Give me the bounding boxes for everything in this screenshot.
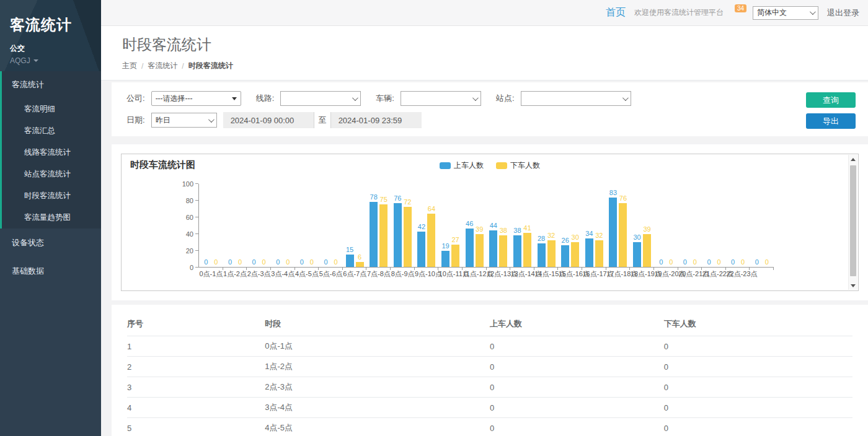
bar-group: 00 — [319, 258, 343, 267]
user-dropdown[interactable]: AQGJ — [10, 56, 91, 65]
sidebar-item-station-stats[interactable]: 站点客流统计 — [2, 164, 101, 185]
table-body: 10点-1点0021点-2点0032点-3点0043点-4点0054点-5点00… — [127, 336, 852, 436]
bar — [561, 245, 569, 267]
bar-group: 7672 — [391, 194, 415, 267]
x-axis-label: 0点-1点 — [199, 269, 223, 279]
logout-link[interactable]: 退出登录 — [827, 7, 859, 19]
chart-title: 时段车流统计图 — [130, 159, 195, 170]
scrollbar-down-arrow[interactable] — [849, 281, 857, 290]
vehicle-select[interactable] — [401, 91, 481, 106]
station-select[interactable] — [521, 91, 631, 106]
bar-value-label: 41 — [523, 224, 531, 232]
bar-value-label: 39 — [476, 225, 483, 233]
company-select-value: ---请选择--- — [156, 94, 193, 104]
bar-value-label: 42 — [418, 223, 425, 231]
triangle-up-icon — [851, 158, 856, 161]
bar-column: 27 — [451, 236, 459, 267]
y-axis-tick-label: 80 — [175, 197, 193, 204]
x-axis-label: 2点-3点 — [247, 269, 271, 279]
col-header-period: 时段 — [265, 311, 490, 336]
breadcrumb-passenger-stats[interactable]: 客流统计 — [148, 61, 177, 71]
legend-item-alight[interactable]: 下车人数 — [496, 160, 540, 171]
chart-section: 时段车流统计图 上车人数 下车人数 — [112, 144, 868, 300]
bar-column: 0 — [705, 258, 713, 267]
bar-value-label: 83 — [609, 189, 617, 197]
sidebar-group-passenger-stats: 客流统计 客流明细 客流汇总 线路客流统计 站点客流统计 时段客流统计 客流量趋… — [0, 71, 101, 229]
x-axis-tick-mark — [318, 268, 319, 270]
home-link[interactable]: 首页 — [606, 6, 626, 19]
scrollbar-up-arrow[interactable] — [849, 155, 857, 164]
bar — [633, 242, 641, 268]
x-axis-label: 12点-13点 — [487, 269, 511, 279]
query-button[interactable]: 查询 — [806, 92, 856, 108]
bar-column: 0 — [212, 258, 220, 267]
bar-column: 0 — [226, 258, 234, 267]
y-axis-tick-mark — [195, 217, 198, 217]
bar-column: 39 — [643, 225, 651, 267]
bar-value-label: 0 — [238, 258, 242, 266]
bar-group: 00 — [726, 258, 750, 267]
chart-plot: 0000000000001567875767242641927463944383… — [198, 184, 774, 268]
bar-column: 75 — [379, 196, 388, 267]
bar-group: 00 — [750, 258, 774, 267]
content-area: 公司: ---请选择--- 线路: 车辆: — [101, 81, 868, 436]
bar-column: 30 — [633, 233, 641, 268]
bar — [499, 235, 507, 267]
export-button[interactable]: 导出 — [806, 113, 856, 129]
bar — [466, 229, 474, 267]
bar-column: 41 — [523, 224, 531, 267]
bar-column: 83 — [609, 189, 617, 267]
sidebar-item-device-status[interactable]: 设备状态 — [0, 229, 101, 257]
notification-badge: 34 — [735, 4, 746, 12]
table-row: 54点-5点00 — [127, 418, 852, 436]
date-preset-select[interactable]: 昨日 — [151, 113, 217, 128]
sidebar-item-trend-chart[interactable]: 客流量趋势图 — [2, 207, 101, 229]
sidebar-item-flow-summary[interactable]: 客流汇总 — [2, 120, 101, 142]
bar-column: 0 — [308, 258, 316, 267]
sidebar-item-flow-detail[interactable]: 客流明细 — [2, 98, 101, 120]
bar-column: 0 — [763, 258, 771, 267]
legend-item-board[interactable]: 上车人数 — [440, 160, 484, 171]
bar-value-label: 76 — [394, 194, 401, 203]
bar-column: 0 — [298, 258, 306, 267]
x-axis-tick-mark — [438, 268, 438, 270]
bar-column: 76 — [619, 194, 627, 267]
bar — [619, 203, 627, 267]
bar-value-label: 0 — [659, 258, 663, 266]
bar-column: 46 — [466, 220, 474, 267]
table-cell: 0 — [490, 377, 664, 398]
x-axis-label: 20点-21点 — [678, 269, 702, 279]
x-axis-tick-mark — [294, 268, 295, 270]
sidebar-item-period-stats[interactable]: 时段客流统计 — [2, 185, 101, 207]
bar — [404, 207, 412, 267]
x-axis-label: 18点-19点 — [631, 269, 655, 279]
x-axis-tick-mark — [414, 268, 415, 270]
table-cell: 0 — [490, 357, 664, 377]
line-label: 线路: — [256, 93, 275, 104]
bar-column: 39 — [476, 225, 484, 267]
chevron-down-icon — [208, 116, 215, 123]
x-axis-tick-mark — [366, 268, 366, 270]
sidebar-item-passenger-stats[interactable]: 客流统计 — [2, 71, 101, 98]
bar — [356, 262, 364, 267]
date-preset-value: 昨日 — [156, 115, 170, 126]
company-select[interactable]: ---请选择--- — [151, 91, 241, 106]
breadcrumb-separator: / — [182, 62, 184, 71]
date-end-input[interactable] — [331, 112, 422, 128]
sidebar-item-base-data[interactable]: 基础数据 — [0, 257, 101, 286]
table-cell: 0 — [664, 336, 852, 357]
language-select[interactable]: 简体中文 — [753, 6, 818, 20]
bar-value-label: 39 — [643, 225, 650, 233]
date-start-input[interactable] — [223, 112, 314, 128]
x-axis-tick-mark — [534, 268, 534, 270]
sidebar-submenu: 客流明细 客流汇总 线路客流统计 站点客流统计 时段客流统计 客流量趋势图 — [2, 98, 101, 229]
breadcrumb-home[interactable]: 主页 — [122, 61, 137, 71]
legend-swatch-alight — [496, 162, 507, 169]
sidebar-item-line-stats[interactable]: 线路客流统计 — [2, 142, 101, 164]
bar-value-label: 6 — [358, 253, 361, 261]
line-select[interactable] — [280, 91, 361, 106]
scrollbar-thumb[interactable] — [850, 165, 856, 276]
bar-value-label: 0 — [276, 258, 280, 266]
chevron-down-icon — [352, 95, 358, 101]
app-root: 客流统计 公交 AQGJ 客流统计 客流明细 客流汇总 线路客流统计 站点客流统… — [0, 0, 868, 436]
